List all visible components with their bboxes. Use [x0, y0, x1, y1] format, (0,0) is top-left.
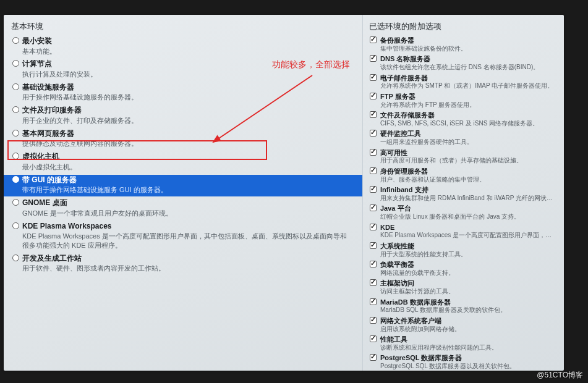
addon-item[interactable]: 文件及存储服务器CIFS, SMB, NFS, iSCSI, iSER 及 iS…	[369, 111, 558, 128]
radio-icon[interactable]	[12, 37, 19, 44]
env-item[interactable]: KDE Plasma WorkspacesKDE Plasma Workspac…	[11, 221, 355, 252]
addon-item-name: DNS 名称服务器	[380, 55, 556, 64]
addon-item-desc: MariaDB SQL 数据库服务器及关联的软件包。	[380, 306, 556, 314]
env-item-name: 计算节点	[22, 59, 352, 69]
addon-item-name: 性能工具	[380, 335, 556, 344]
installer-window: 基本环境 最小安装基本功能。计算节点执行计算及处理的安装。基础设施服务器用于操作…	[4, 15, 564, 371]
checkbox-icon[interactable]	[370, 130, 377, 137]
addon-list: 备份服务器集中管理基础设施备份的软件。DNS 名称服务器该软件包组允许您在系统上…	[369, 36, 558, 371]
radio-icon[interactable]	[12, 255, 19, 261]
addon-item-desc: 一组用来监控服务器硬件的工具。	[380, 138, 556, 146]
addon-item-desc: 该软件包组允许您在系统上运行 DNS 名称服务器(BIND)。	[380, 64, 556, 72]
radio-icon[interactable]	[12, 199, 19, 206]
addon-item[interactable]: 电子邮件服务器允许将系统作为 SMTP 和（或者）IMAP 电子邮件服务器使用。	[369, 74, 558, 91]
radio-icon[interactable]	[12, 60, 19, 67]
checkbox-icon[interactable]	[370, 111, 377, 118]
env-item[interactable]: GNOME 桌面GNOME 是一个非常直观且用户友好的桌面环境。	[11, 198, 355, 219]
addon-item[interactable]: 性能工具诊断系统和应用程序级别性能问题的工具。	[369, 335, 558, 353]
addon-item[interactable]: 身份管理服务器用户、服务器和认证策略的集中管理。	[369, 167, 558, 185]
addon-item-desc: 用于大型系统的性能支持工具。	[380, 251, 556, 259]
checkbox-icon[interactable]	[370, 242, 377, 249]
radio-icon[interactable]	[12, 83, 19, 90]
addon-item[interactable]: 高可用性用于高度可用服务和（或者）共享存储的基础设施。	[369, 148, 558, 166]
env-item-desc: KDE Plasma Workspaces 是一个高度可配置图形用户界面，其中包…	[22, 232, 352, 250]
checkbox-icon[interactable]	[370, 74, 377, 81]
radio-icon[interactable]	[12, 130, 19, 137]
env-list: 最小安装基本功能。计算节点执行计算及处理的安装。基础设施服务器用于操作网络基础设…	[11, 36, 355, 275]
env-item-desc: 提供静态及动态互联网内容的服务器。	[22, 139, 352, 148]
checkbox-icon[interactable]	[370, 261, 377, 267]
radio-icon[interactable]	[12, 153, 19, 159]
addon-item[interactable]: 主框架访问访问主框架计算源的工具。	[369, 279, 558, 297]
env-item-name: 最小安装	[22, 36, 352, 46]
env-item-name: GNOME 桌面	[22, 198, 352, 208]
checkbox-icon[interactable]	[370, 186, 377, 193]
checkbox-icon[interactable]	[370, 317, 377, 324]
checkbox-icon[interactable]	[370, 298, 377, 305]
monitor-frame: 基本环境 最小安装基本功能。计算节点执行计算及处理的安装。基础设施服务器用于操作…	[0, 0, 588, 383]
addon-item[interactable]: 硬件监控工具一组用来监控服务器硬件的工具。	[369, 129, 558, 147]
checkbox-icon[interactable]	[370, 55, 377, 62]
env-item-name: 文件及打印服务器	[22, 106, 352, 116]
addon-item-name: KDE	[380, 224, 556, 232]
checkbox-icon[interactable]	[370, 224, 377, 230]
addon-item-name: 备份服务器	[380, 36, 556, 45]
addon-item-name: 文件及存储服务器	[380, 111, 556, 120]
addon-item[interactable]: 大系统性能用于大型系统的性能支持工具。	[369, 242, 558, 259]
checkbox-icon[interactable]	[370, 279, 377, 286]
base-environment-pane: 基本环境 最小安装基本功能。计算节点执行计算及处理的安装。基础设施服务器用于操作…	[4, 15, 362, 371]
addon-item-desc: 用来支持集群和使用 RDMA InfiniBand 和 iWARP 光纤的网状连…	[380, 195, 556, 203]
env-item-desc: 用于企业的文件、打印及存储服务器。	[22, 116, 352, 125]
addon-item-desc: 红帽企业版 Linux 服务器和桌面平台的 Java 支持。	[380, 213, 556, 221]
addon-item[interactable]: 备份服务器集中管理基础设施备份的软件。	[369, 36, 558, 54]
env-item[interactable]: 带 GUI 的服务器带有用于操作网络基础设施服务 GUI 的服务器。	[4, 175, 362, 196]
addon-item[interactable]: Java 平台红帽企业版 Linux 服务器和桌面平台的 Java 支持。	[369, 204, 558, 222]
env-item[interactable]: 开发及生成工作站用于软件、硬件、图形或者内容开发的工作站。	[11, 253, 355, 275]
checkbox-icon[interactable]	[370, 149, 377, 156]
radio-icon[interactable]	[12, 106, 19, 113]
addon-item[interactable]: DNS 名称服务器该软件包组允许您在系统上运行 DNS 名称服务器(BIND)。	[369, 54, 558, 72]
addon-item-name: FTP 服务器	[380, 93, 556, 101]
addon-item[interactable]: 网络文件系统客户端启用该系统附加到网络存储。	[369, 316, 558, 334]
addon-item-desc: 允许将系统作为 SMTP 和（或者）IMAP 电子邮件服务器使用。	[380, 82, 556, 90]
env-item[interactable]: 文件及打印服务器用于企业的文件、打印及存储服务器。	[11, 105, 355, 127]
addon-item[interactable]: PostgreSQL 数据库服务器PostgreSQL SQL 数据库服务器以及…	[369, 353, 558, 371]
checkbox-icon[interactable]	[370, 167, 377, 174]
env-item[interactable]: 基本网页服务器提供静态及动态互联网内容的服务器。	[11, 128, 355, 150]
addon-item-desc: KDE Plasma Workspaces 是一个高度可配置图形用户界面，其中包…	[380, 232, 556, 240]
addon-item-desc: 访问主框架计算源的工具。	[380, 288, 556, 296]
addon-item[interactable]: 负载平衡器网络流量的负载平衡支持。	[369, 260, 558, 278]
env-item[interactable]: 基础设施服务器用于操作网络基础设施服务的服务器。	[11, 82, 355, 104]
env-item[interactable]: 最小安装基本功能。	[11, 36, 355, 57]
env-item[interactable]: 计算节点执行计算及处理的安装。	[11, 59, 355, 80]
env-item-desc: 用于软件、硬件、图形或者内容开发的工作站。	[22, 264, 352, 273]
addon-item[interactable]: Infiniband 支持用来支持集群和使用 RDMA InfiniBand 和…	[369, 185, 558, 203]
addons-pane: 已选环境的附加选项 备份服务器集中管理基础设施备份的软件。DNS 名称服务器该软…	[362, 15, 564, 371]
radio-icon[interactable]	[12, 176, 19, 183]
env-item[interactable]: 虚拟化主机最小虚拟化主机。	[11, 151, 355, 173]
addon-item-name: 负载平衡器	[380, 261, 556, 269]
addon-item[interactable]: KDEKDE Plasma Workspaces 是一个高度可配置图形用户界面，…	[369, 223, 558, 241]
addon-item-desc: 用于高度可用服务和（或者）共享存储的基础设施。	[380, 157, 556, 165]
env-item-desc: 基本功能。	[22, 47, 352, 56]
radio-icon[interactable]	[12, 222, 19, 229]
addon-item[interactable]: FTP 服务器允许将系统作为 FTP 服务器使用。	[369, 92, 558, 110]
base-env-title: 基本环境	[11, 21, 355, 32]
env-item-desc: 最小虚拟化主机。	[22, 162, 352, 172]
addon-item-desc: 网络流量的负载平衡支持。	[380, 269, 556, 277]
addon-item[interactable]: MariaDB 数据库服务器MariaDB SQL 数据库服务器及关联的软件包。	[369, 298, 558, 316]
addon-item-name: 网络文件系统客户端	[380, 317, 556, 326]
addon-item-desc: 诊断系统和应用程序级别性能问题的工具。	[380, 344, 556, 352]
checkbox-icon[interactable]	[370, 335, 377, 342]
checkbox-icon[interactable]	[370, 204, 377, 211]
env-item-name: 基本网页服务器	[22, 129, 352, 139]
checkbox-icon[interactable]	[370, 354, 377, 361]
addon-item-desc: 用户、服务器和认证策略的集中管理。	[380, 176, 556, 184]
addon-item-desc: 集中管理基础设施备份的软件。	[380, 45, 556, 53]
addon-item-name: Java 平台	[380, 204, 556, 213]
checkbox-icon[interactable]	[370, 93, 377, 99]
addon-item-name: 高可用性	[380, 149, 556, 158]
env-item-name: 基础设施服务器	[22, 83, 352, 93]
env-item-desc: 执行计算及处理的安装。	[22, 70, 352, 79]
checkbox-icon[interactable]	[370, 36, 377, 43]
